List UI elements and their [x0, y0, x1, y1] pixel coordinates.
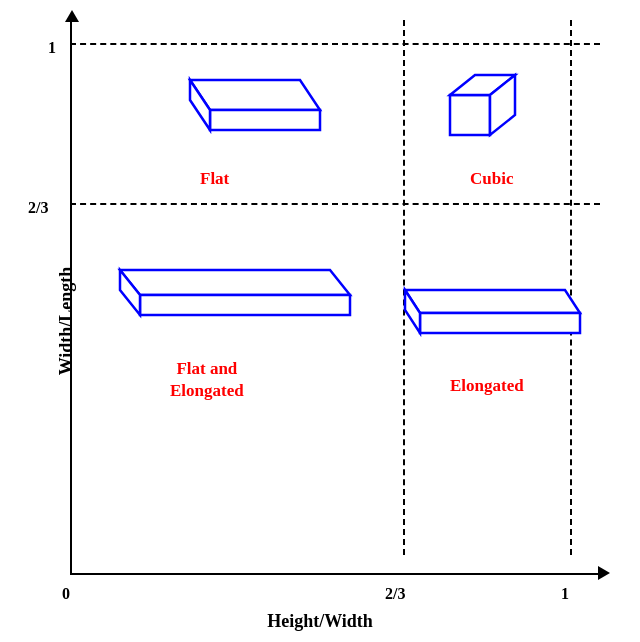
x-tick-2-3: 2/3 — [385, 585, 405, 603]
flat-label: Flat — [200, 168, 229, 190]
elongated-label: Elongated — [450, 375, 524, 397]
flat-elongated-label: Flat and Elongated — [170, 358, 244, 402]
svg-rect-3 — [450, 95, 490, 135]
dashed-line-h-1 — [70, 43, 600, 45]
flat-elongated-line2: Elongated — [170, 381, 244, 400]
y-axis-arrow — [65, 10, 79, 22]
chart-container: Width/Length Height/Width 0 2/3 1 2/3 1 — [0, 0, 640, 642]
x-axis — [70, 573, 600, 575]
y-axis — [70, 20, 72, 575]
svg-marker-1 — [210, 110, 320, 130]
y-tick-2-3: 2/3 — [28, 199, 48, 217]
svg-marker-10 — [420, 313, 580, 333]
svg-marker-0 — [190, 80, 320, 110]
flat-elongated-line1: Flat and — [176, 359, 237, 378]
x-tick-1: 1 — [561, 585, 569, 603]
x-tick-0: 0 — [62, 585, 70, 603]
svg-marker-9 — [405, 290, 580, 313]
x-axis-arrow — [598, 566, 610, 580]
cubic-label: Cubic — [470, 168, 513, 190]
svg-marker-7 — [140, 295, 350, 315]
chart-area: 0 2/3 1 2/3 1 Flat Cubic — [70, 20, 600, 575]
y-tick-1: 1 — [48, 39, 56, 57]
cubic-shape-svg — [430, 60, 530, 160]
flat-elongated-shape-svg — [100, 255, 380, 355]
svg-marker-6 — [120, 270, 350, 295]
dashed-line-h-2-3 — [70, 203, 600, 205]
flat-shape-svg — [150, 60, 350, 170]
elongated-shape-svg — [400, 275, 600, 365]
x-axis-label: Height/Width — [267, 611, 373, 632]
